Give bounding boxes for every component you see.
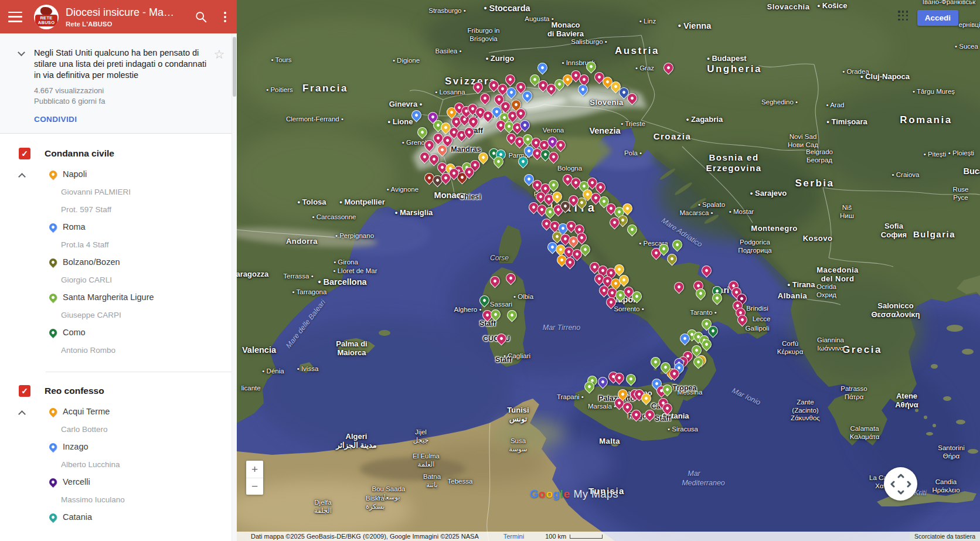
map-label: • Linz: [639, 18, 656, 26]
place-sub-item[interactable]: Giorgio CARLI: [0, 271, 237, 288]
place-sub-item[interactable]: Giuseppe CARPI: [0, 306, 237, 324]
map-label: • Stoccarda: [484, 4, 530, 13]
map-label: • Arad: [826, 101, 845, 110]
map-label: Trapani •: [557, 393, 584, 402]
scale-label: 100 km: [545, 533, 566, 540]
map-label: • Lloret de Mar: [334, 267, 377, 275]
place-pin-icon: [47, 222, 58, 232]
place-sub-item[interactable]: Prot.la 4 Staff: [0, 236, 237, 253]
map-label: • Tirana: [788, 280, 815, 289]
collapse-description-icon[interactable]: [18, 49, 25, 56]
map-label: Jijelجيجل: [413, 428, 429, 444]
map-label: • Ivissa: [297, 365, 319, 373]
map-label: • Pitești: [924, 151, 947, 159]
map-label: • Digione: [393, 57, 420, 65]
map-label: BelgradoБеоград: [806, 148, 833, 164]
zoom-out-button[interactable]: −: [246, 478, 263, 495]
pin-feature-label: Tropea: [673, 384, 697, 393]
list-item[interactable]: Como: [0, 324, 237, 341]
star-icon[interactable]: ☆: [207, 47, 231, 124]
keyboard-shortcuts-button[interactable]: Scorciatoie da tastiera: [910, 532, 980, 541]
place-name: Inzago: [63, 442, 89, 451]
place-sub-item[interactable]: Giovanni PALMIERI: [0, 183, 237, 200]
map-label: ернівці: [959, 21, 980, 29]
map-canvas[interactable]: FranciaSvizzeraAustriaUngheriaRomaniaSer…: [237, 0, 980, 541]
map-label: Corse: [490, 254, 509, 262]
map-label: Djelfaالجلفة: [314, 499, 332, 515]
view-count: 4.667 visualizzazioni: [34, 86, 207, 95]
pan-control-button[interactable]: [884, 467, 917, 501]
map-label: Andorra: [286, 237, 318, 246]
place-sub-item[interactable]: Alberto Lucchina: [0, 455, 237, 473]
map-scale: 100 km: [545, 533, 603, 540]
map-label: Monacodi Baviera: [547, 21, 584, 39]
layer-header: ✓Condanna civile: [0, 137, 237, 165]
collapse-layer-control[interactable]: [19, 409, 25, 419]
share-button[interactable]: CONDIVIDI: [34, 115, 207, 124]
map-label: • Poitiers: [266, 86, 293, 94]
list-item[interactable]: Roma: [0, 218, 237, 236]
map-label: Sassari: [490, 301, 512, 309]
list-item[interactable]: Napoli: [0, 165, 237, 183]
map-label: • Dénia: [262, 368, 284, 376]
place-name: Roma: [63, 222, 86, 232]
place-pin-icon: [47, 441, 58, 452]
app-header: RETEABUSO Diocesi insicure - Map... Rete…: [0, 0, 237, 33]
description-panel: Negli Stati Uniti qualcuno ha ben pensat…: [0, 33, 237, 134]
place-sub-item[interactable]: Carlo Bottero: [0, 420, 237, 438]
layer-section: ✓Reo confessoAcqui TermeCarlo BotteroInz…: [0, 359, 237, 526]
map-label: GianninaΙωάννινα: [817, 336, 844, 352]
collapse-layer-icon[interactable]: [18, 173, 26, 181]
map-label: Biskraبسكرة: [366, 495, 384, 511]
map-label: RuseРусе: [953, 186, 969, 202]
list-item[interactable]: Santa Margherita Ligure: [0, 288, 237, 306]
map-label: Strasburgo •: [428, 7, 465, 15]
pin-feature-label: Mandras: [451, 145, 481, 154]
collapse-layer-icon[interactable]: [18, 411, 26, 418]
place-sub-item[interactable]: Prot. 597 Staff: [0, 200, 237, 218]
list-item[interactable]: Inzago: [0, 438, 237, 455]
map-label: • Cluj-Napoca: [860, 72, 910, 81]
layer-checkbox[interactable]: ✓: [19, 148, 30, 159]
list-item[interactable]: Acqui Terme: [0, 403, 237, 420]
map-label: • Carcassonne: [312, 213, 356, 222]
list-item[interactable]: Vercelli: [0, 473, 237, 491]
map-label: Bologna: [557, 165, 582, 173]
map-label: SantoriniΘήρα: [938, 444, 964, 460]
collapse-layer-control[interactable]: [19, 171, 25, 182]
map-label: • Sarajevo: [750, 189, 787, 198]
sea-label: Mar: [688, 469, 700, 478]
map-label: Novi SadНови Сад: [788, 133, 818, 149]
sign-in-button[interactable]: Accedi: [917, 10, 958, 26]
place-sub-item[interactable]: Massimo Iuculano: [0, 491, 237, 508]
map-label: Venezia: [589, 126, 620, 136]
menu-icon[interactable]: [8, 12, 22, 22]
place-sub-item[interactable]: Antonio Rombo: [0, 341, 237, 359]
description-text: Negli Stati Uniti qualcuno ha ben pensat…: [34, 47, 207, 81]
list-item[interactable]: Bolzano/Bozen: [0, 253, 237, 271]
zoom-in-button[interactable]: +: [246, 461, 263, 478]
map-label: • Mostar: [729, 208, 754, 216]
scrollbar-thumb[interactable]: [233, 37, 236, 97]
published-date: Pubblicato 6 giorni fa: [34, 97, 207, 106]
sidebar-scrollbar[interactable]: [232, 33, 237, 541]
map-label: • Košice: [818, 1, 848, 10]
place-name: Como: [63, 328, 86, 337]
pin-feature-label: Chiesi: [459, 193, 481, 202]
terms-link[interactable]: Termini: [503, 533, 524, 540]
place-name: Bolzano/Bozen: [63, 257, 120, 267]
google-apps-grid-icon[interactable]: [898, 11, 908, 21]
map-label: Montenegro: [751, 224, 797, 233]
scale-bar: [570, 535, 603, 539]
map-label: Taranto •: [690, 309, 717, 317]
more-options-icon[interactable]: [220, 11, 230, 23]
map-label: Seghedino •: [761, 98, 798, 107]
map-label: • Budapest: [707, 54, 746, 63]
layer-checkbox[interactable]: ✓: [19, 385, 30, 397]
map-label: • Craiova: [892, 171, 920, 179]
list-item[interactable]: Catania: [0, 508, 237, 526]
map-label: • Sucea: [955, 43, 978, 51]
search-icon[interactable]: [195, 11, 207, 23]
map-label: • Tolosa: [297, 198, 326, 206]
map-label: Friburgo inBrisgovia: [468, 27, 500, 43]
